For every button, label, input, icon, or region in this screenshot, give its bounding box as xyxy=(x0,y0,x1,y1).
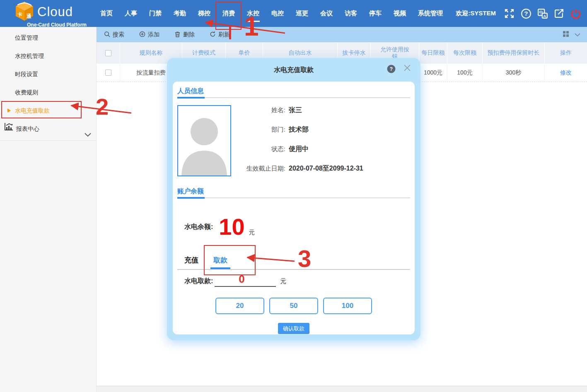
amount-20-button[interactable]: 20 xyxy=(215,298,264,314)
svg-text:卡: 卡 xyxy=(17,12,22,17)
refresh-icon xyxy=(210,31,216,38)
welcome-user-label: 欢迎:SYSTEM xyxy=(456,10,496,17)
nav-item-visitor[interactable]: 访客 xyxy=(343,9,359,18)
withdraw-amount-input[interactable]: 0 xyxy=(215,276,276,287)
field-label: 状态: xyxy=(235,145,289,153)
power-icon[interactable] xyxy=(570,8,581,19)
dialog-body: 人员信息 姓名: 张三 部门: 技术部 xyxy=(173,82,415,334)
nav-item-video[interactable]: 视频 xyxy=(391,9,408,18)
svg-text:通: 通 xyxy=(26,13,31,19)
trash-icon xyxy=(174,31,181,38)
field-value: 张三 xyxy=(289,106,302,115)
section-accent-bar xyxy=(177,197,205,199)
top-nav: 卡 通 Cloud One-Card Cloud Platform 首页 人事 … xyxy=(0,0,587,27)
cell-per-limit: 100元 xyxy=(447,64,483,82)
external-link-icon[interactable] xyxy=(553,8,565,19)
add-label: 添加 xyxy=(148,31,159,38)
col-header-hold-time: 预扣费停用保留时长 xyxy=(483,42,545,64)
cube-logo-icon: 卡 通 xyxy=(15,1,34,23)
balance-section-title: 账户余额 xyxy=(177,187,204,196)
balance-value: 10 xyxy=(219,215,244,238)
dialog-close-icon[interactable] xyxy=(403,64,411,74)
nav-item-electric[interactable]: 电控 xyxy=(269,9,286,18)
section-divider xyxy=(177,197,410,198)
sidebar-item-device[interactable]: 水控机管理 xyxy=(0,47,96,65)
nav-item-home[interactable]: 首页 xyxy=(98,9,115,18)
delete-button[interactable]: 删除 xyxy=(174,31,195,38)
refresh-button[interactable]: 刷新 xyxy=(210,31,230,38)
field-value: 技术部 xyxy=(289,125,309,134)
nav-item-patrol[interactable]: 巡更 xyxy=(294,9,310,18)
person-field-row: 部门: 技术部 xyxy=(235,120,411,139)
nav-item-attendance[interactable]: 考勤 xyxy=(172,9,188,18)
person-field-row: 生效截止日期: 2020-07-08至2099-12-31 xyxy=(235,159,411,178)
grid-view-icon[interactable] xyxy=(563,31,569,38)
search-button[interactable]: 搜索 xyxy=(104,31,124,38)
translate-icon[interactable]: 中 A xyxy=(537,8,548,19)
col-header-daily-limit: 每日限额 xyxy=(419,42,447,64)
nav-item-system[interactable]: 系统管理 xyxy=(416,9,445,18)
svg-text:A: A xyxy=(543,13,546,18)
nav-item-consume[interactable]: 消费 xyxy=(220,9,237,18)
nav-item-parking[interactable]: 停车 xyxy=(367,9,384,18)
nav-item-elevator[interactable]: 梯控 xyxy=(196,9,213,18)
sidebar-item-timeperiod[interactable]: 时段设置 xyxy=(0,65,96,83)
toolbar-right-group xyxy=(563,27,580,42)
col-header-action: 操作 xyxy=(545,42,587,64)
field-value: 2020-07-08至2099-12-31 xyxy=(289,164,363,173)
sidebar-item-charge-rules[interactable]: 收费规则 xyxy=(0,83,96,101)
sidebar-item-report-center[interactable]: 报表中心 xyxy=(0,120,96,138)
cell-hold-time: 300秒 xyxy=(483,64,545,82)
tab-active-underline xyxy=(210,267,230,269)
delete-label: 删除 xyxy=(183,31,195,38)
nav-item-access[interactable]: 门禁 xyxy=(147,9,164,18)
search-icon xyxy=(104,31,110,38)
col-header-per-limit: 每次限额 xyxy=(447,42,483,64)
field-label: 姓名: xyxy=(235,106,289,114)
sidebar-item-label: 水控机管理 xyxy=(15,53,44,59)
sidebar-item-recharge-withdraw[interactable]: 水电充值取款 xyxy=(0,101,96,120)
chevron-down-icon[interactable] xyxy=(85,126,91,144)
cell-daily-limit: 1000元 xyxy=(419,64,447,82)
field-label: 生效截止日期: xyxy=(235,165,289,173)
row-select-cell xyxy=(97,64,120,82)
modify-link[interactable]: 修改 xyxy=(545,64,587,82)
chevron-down-icon[interactable] xyxy=(575,31,580,38)
sidebar-item-label: 报表中心 xyxy=(16,120,39,138)
svg-text:?: ? xyxy=(390,66,393,72)
tab-bar: 充值 取款 xyxy=(184,255,227,265)
balance-unit: 元 xyxy=(249,229,255,236)
quick-amounts: 20 50 100 xyxy=(173,298,415,314)
row-checkbox[interactable] xyxy=(105,70,111,76)
search-label: 搜索 xyxy=(113,31,124,38)
help-icon[interactable]: ? xyxy=(520,8,531,19)
tab-withdraw[interactable]: 取款 xyxy=(213,255,227,265)
brand-logo: 卡 通 Cloud One-Card Cloud Platform xyxy=(15,1,99,28)
person-section-title: 人员信息 xyxy=(177,87,204,96)
select-all-checkbox[interactable] xyxy=(105,50,111,56)
fullscreen-icon[interactable] xyxy=(504,8,515,19)
nav-item-meeting[interactable]: 会议 xyxy=(318,9,335,18)
add-button[interactable]: 添加 xyxy=(139,31,159,38)
section-divider xyxy=(177,97,410,98)
sidebar-item-location[interactable]: 位置管理 xyxy=(0,29,96,47)
person-field-row: 状态: 使用中 xyxy=(235,139,411,159)
select-all-cell xyxy=(97,42,120,64)
withdraw-input-row: 水电取款: 0 元 xyxy=(184,275,286,287)
amount-50-button[interactable]: 50 xyxy=(269,298,318,314)
nav-item-personnel[interactable]: 人事 xyxy=(123,9,139,18)
footer-strip xyxy=(97,386,587,392)
sidebar-divider xyxy=(0,140,96,141)
dialog-help-icon[interactable]: ? xyxy=(387,65,396,75)
sidebar-item-label: 水电充值取款 xyxy=(15,107,50,114)
svg-text:?: ? xyxy=(524,10,528,17)
confirm-withdraw-button[interactable]: 确认取款 xyxy=(278,323,309,334)
tab-recharge[interactable]: 充值 xyxy=(184,255,198,265)
person-info: 姓名: 张三 部门: 技术部 状态: 使用中 生效截止日期: 2020-07-0… xyxy=(235,101,411,178)
person-photo xyxy=(177,105,231,176)
refresh-label: 刷新 xyxy=(218,31,230,38)
amount-100-button[interactable]: 100 xyxy=(323,298,372,314)
person-field-row: 姓名: 张三 xyxy=(235,101,411,120)
nav-item-water-control[interactable]: 水控 xyxy=(245,9,261,18)
sidebar: 位置管理 水控机管理 时段设置 收费规则 水电充值取款 xyxy=(0,27,97,392)
